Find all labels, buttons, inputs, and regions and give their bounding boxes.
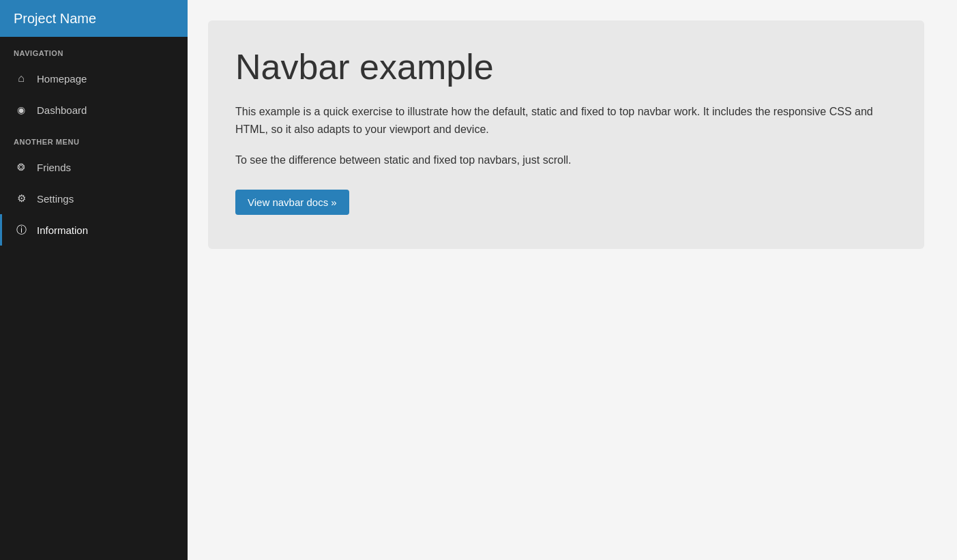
sidebar: Project Name NAVIGATION Homepage Dashboa… — [0, 0, 188, 560]
nav-section-label-navigation: NAVIGATION — [0, 37, 188, 63]
sidebar-item-label-homepage: Homepage — [37, 73, 87, 85]
info-icon — [14, 222, 29, 237]
description-paragraph-1: This example is a quick exercise to illu… — [235, 103, 897, 138]
sidebar-item-label-information: Information — [37, 224, 88, 236]
nav-section-label-another-menu: ANOTHER MENU — [0, 126, 188, 151]
settings-icon — [14, 191, 29, 206]
brand-title: Project Name — [14, 11, 96, 27]
sidebar-item-homepage[interactable]: Homepage — [0, 63, 188, 94]
main-content: Navbar example This example is a quick e… — [188, 0, 957, 560]
content-card: Navbar example This example is a quick e… — [208, 20, 924, 249]
sidebar-item-information[interactable]: Information — [0, 214, 188, 246]
home-icon — [14, 71, 29, 86]
sidebar-item-dashboard[interactable]: Dashboard — [0, 94, 188, 126]
page-title: Navbar example — [235, 48, 897, 87]
sidebar-item-label-settings: Settings — [37, 193, 74, 205]
sidebar-item-label-dashboard: Dashboard — [37, 104, 87, 116]
dashboard-icon — [14, 102, 29, 117]
sidebar-brand[interactable]: Project Name — [0, 0, 188, 37]
friends-icon — [14, 160, 29, 175]
sidebar-item-settings[interactable]: Settings — [0, 183, 188, 214]
view-navbar-docs-button[interactable]: View navbar docs » — [235, 190, 349, 215]
description-paragraph-2: To see the difference between static and… — [235, 151, 897, 169]
sidebar-item-label-friends: Friends — [37, 162, 71, 173]
sidebar-item-friends[interactable]: Friends — [0, 151, 188, 183]
